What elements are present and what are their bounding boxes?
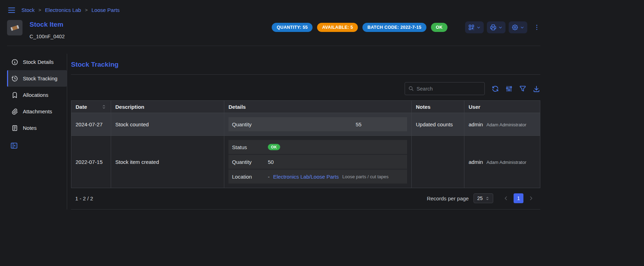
detail-value: OK bbox=[268, 144, 280, 150]
download-icon bbox=[533, 85, 540, 93]
breadcrumb: Stock > Electronics Lab > Loose Parts bbox=[21, 7, 120, 13]
table-footer: 1 - 2 / 2 Records per page 25 1 bbox=[71, 188, 540, 210]
breadcrumb-link-electronics-lab[interactable]: Electronics Lab bbox=[45, 7, 81, 13]
menu-button[interactable] bbox=[7, 6, 16, 15]
sidebar-item-attachments[interactable]: Attachments bbox=[7, 103, 67, 120]
column-label: Date bbox=[76, 104, 87, 110]
options-menu-button[interactable] bbox=[532, 22, 540, 33]
date-cell: 2022-07-15 bbox=[71, 136, 111, 188]
search-input[interactable] bbox=[417, 86, 481, 92]
sidebar-item-notes[interactable]: Notes bbox=[7, 120, 67, 136]
description-value: Stock counted bbox=[115, 121, 149, 127]
sidebar-item-label: Notes bbox=[23, 125, 37, 131]
dots-vertical-icon bbox=[533, 24, 540, 31]
sidebar-item-stock-details[interactable]: Stock Details bbox=[7, 54, 67, 70]
download-button[interactable] bbox=[533, 85, 540, 93]
sidebar-collapse-icon bbox=[10, 142, 18, 149]
user-cell: admin Adam Administrator bbox=[464, 136, 540, 188]
sidebar-collapse-button[interactable] bbox=[7, 142, 21, 149]
detail-key: Quantity bbox=[232, 159, 268, 165]
detail-key: Status bbox=[232, 144, 268, 150]
sidebar-item-label: Stock Details bbox=[23, 59, 54, 65]
refresh-button[interactable] bbox=[491, 85, 499, 93]
chevron-down-icon bbox=[520, 25, 524, 30]
column-header-details: Details bbox=[224, 101, 412, 113]
paperclip-icon bbox=[11, 108, 18, 115]
previous-page-button[interactable] bbox=[501, 193, 511, 203]
adjustments-icon bbox=[505, 85, 513, 93]
table-settings-button[interactable] bbox=[505, 85, 513, 93]
panel-heading: Stock Tracking bbox=[71, 61, 540, 68]
batch-code-badge: BATCH CODE: 2022-7-15 bbox=[362, 23, 426, 32]
location-prefix: - bbox=[268, 174, 270, 180]
pagination-controls: Records per page 25 1 bbox=[427, 193, 536, 203]
date-value: 2022-07-15 bbox=[76, 159, 103, 165]
username: admin bbox=[469, 159, 483, 165]
stock-tracking-table: Date Description Details Notes User 2024… bbox=[71, 100, 540, 188]
divider bbox=[71, 74, 540, 75]
tracking-row-stock-counted: 2024-07-27 Stock counted Quantity 55 Upd… bbox=[71, 113, 540, 136]
username: admin bbox=[469, 121, 483, 127]
location-description: Loose parts / cut tapes bbox=[342, 174, 389, 179]
notes-cell bbox=[412, 136, 464, 188]
user-fullname: Adam Administrator bbox=[487, 122, 526, 127]
sidebar-item-allocations[interactable]: Allocations bbox=[7, 87, 67, 103]
detail-key: Location bbox=[232, 174, 268, 180]
detail-value: 50 bbox=[268, 159, 274, 165]
record-range: 1 - 2 / 2 bbox=[75, 195, 93, 201]
quantity-badge: QUANTITY: 55 bbox=[272, 23, 313, 32]
notes-cell: Updated counts bbox=[412, 113, 464, 136]
user-fullname: Adam Administrator bbox=[487, 160, 526, 165]
stock-item-thumbnail[interactable] bbox=[7, 20, 22, 35]
table-header-row: Date Description Details Notes User bbox=[71, 101, 540, 113]
status-ok-badge: OK bbox=[431, 23, 447, 32]
barcode-actions-button[interactable] bbox=[465, 21, 484, 33]
breadcrumb-link-loose-parts[interactable]: Loose Parts bbox=[91, 7, 120, 13]
sidebar-item-label: Attachments bbox=[23, 108, 52, 114]
user-info: admin Adam Administrator bbox=[469, 121, 536, 127]
notes-icon bbox=[11, 125, 18, 132]
page-size-value: 25 bbox=[477, 195, 483, 201]
capacitor-image bbox=[9, 22, 20, 33]
column-label: Description bbox=[115, 104, 144, 110]
top-navigation-bar: Stock > Electronics Lab > Loose Parts bbox=[7, 0, 540, 15]
stock-item-page: Stock > Electronics Lab > Loose Parts St… bbox=[0, 0, 547, 210]
stock-item-name: C_100nF_0402 bbox=[30, 34, 65, 39]
gear-icon bbox=[511, 24, 519, 31]
column-header-date[interactable]: Date bbox=[71, 101, 111, 113]
sidebar-item-label: Allocations bbox=[23, 92, 49, 98]
column-label: Notes bbox=[416, 104, 431, 110]
page-1-button[interactable]: 1 bbox=[514, 193, 523, 203]
content-area: Stock Details Stock Tracking Allocations… bbox=[7, 54, 540, 210]
search-box bbox=[405, 82, 485, 95]
header-actions bbox=[465, 21, 540, 33]
description-cell: Stock counted bbox=[111, 113, 224, 136]
sidebar-item-label: Stock Tracking bbox=[23, 75, 57, 81]
sidebar: Stock Details Stock Tracking Allocations… bbox=[7, 54, 67, 210]
print-actions-button[interactable] bbox=[487, 21, 505, 33]
tracking-row-stock-item-created: 2022-07-15 Stock item created Status OK … bbox=[71, 136, 540, 188]
date-cell: 2024-07-27 bbox=[71, 113, 111, 136]
next-page-button[interactable] bbox=[526, 193, 536, 203]
page-title: Stock Item bbox=[30, 21, 65, 28]
column-header-notes: Notes bbox=[412, 101, 464, 113]
selector-icon bbox=[485, 196, 490, 201]
records-per-page-label: Records per page bbox=[427, 195, 469, 201]
sidebar-item-stock-tracking[interactable]: Stock Tracking bbox=[7, 70, 67, 87]
details-cell: Quantity 55 bbox=[224, 113, 412, 136]
location-link[interactable]: Electronics Lab/Loose Parts bbox=[273, 174, 339, 180]
details-cell: Status OK Quantity 50 Location bbox=[224, 136, 412, 188]
stock-operations-button[interactable] bbox=[509, 21, 527, 33]
status-badges: QUANTITY: 55 AVAILABLE: 5 BATCH CODE: 20… bbox=[272, 23, 447, 32]
column-label: User bbox=[469, 104, 480, 110]
stock-item-header: Stock Item C_100nF_0402 QUANTITY: 55 AVA… bbox=[7, 15, 540, 46]
breadcrumb-separator: > bbox=[39, 7, 41, 13]
title-block: Stock Item C_100nF_0402 bbox=[30, 20, 65, 39]
breadcrumb-separator: > bbox=[85, 7, 88, 13]
user-cell: admin Adam Administrator bbox=[464, 113, 540, 136]
filter-button[interactable] bbox=[519, 85, 527, 93]
bookmark-icon bbox=[11, 92, 18, 99]
page-size-select[interactable]: 25 bbox=[474, 193, 493, 203]
sort-icon[interactable] bbox=[101, 104, 107, 109]
breadcrumb-link-stock[interactable]: Stock bbox=[21, 7, 35, 13]
